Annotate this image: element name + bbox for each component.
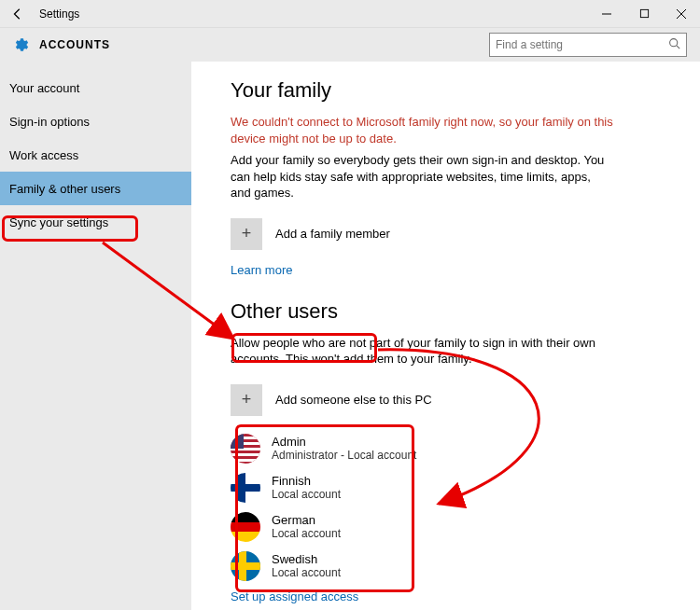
add-family-member-button[interactable]: + Add a family member [231,218,661,250]
user-avatar-icon [231,473,260,503]
sidebar-item-your-account[interactable]: Your account [0,71,191,104]
user-text: FinnishLocal account [272,474,341,501]
family-heading: Your family [231,78,661,103]
window-title: Settings [39,7,79,21]
sidebar-item-family-other-users[interactable]: Family & other users [0,172,191,205]
search-box[interactable] [489,33,687,57]
svg-point-4 [670,39,678,47]
user-row[interactable]: AdminAdministrator - Local account [231,429,661,468]
back-button[interactable] [7,4,28,24]
user-avatar-icon [231,512,260,542]
minimize-button[interactable] [588,0,625,28]
other-users-heading: Other users [231,299,661,324]
user-text: SwedishLocal account [272,552,341,579]
user-row[interactable]: SwedishLocal account [231,547,661,586]
family-warning: We couldn't connect to Microsoft family … [231,114,613,146]
svg-rect-25 [239,551,246,581]
settings-header: ACCOUNTS [0,28,700,62]
user-name: Admin [272,435,416,449]
plus-icon: + [231,384,262,416]
sidebar-item-sign-in-options[interactable]: Sign-in options [0,104,191,138]
svg-rect-12 [231,459,260,462]
user-row[interactable]: FinnishLocal account [231,468,661,507]
svg-rect-17 [238,473,245,503]
user-subtitle: Local account [272,527,341,540]
svg-rect-21 [231,532,260,542]
user-text: AdminAdministrator - Local account [272,435,416,462]
svg-rect-19 [231,512,260,522]
add-other-label: Add someone else to this PC [275,393,432,407]
other-users-list: AdminAdministrator - Local accountFinnis… [231,429,661,586]
user-name: German [272,513,341,527]
learn-more-link[interactable]: Learn more [231,263,292,277]
sidebar-item-sync-your-settings[interactable]: Sync your settings [0,205,191,239]
user-subtitle: Local account [272,488,341,501]
add-family-label: Add a family member [275,227,390,241]
sidebar-item-work-access[interactable]: Work access [0,138,191,172]
other-users-description: Allow people who are not part of your fa… [231,335,613,367]
svg-line-5 [677,46,679,49]
search-icon [668,37,680,52]
user-avatar-icon [231,434,260,464]
app-name: ACCOUNTS [39,38,110,51]
user-subtitle: Local account [272,566,341,579]
assigned-access-link[interactable]: Set up assigned access [231,589,358,603]
sidebar: Your accountSign-in optionsWork accessFa… [0,62,191,610]
svg-rect-1 [640,9,648,17]
close-button[interactable] [663,0,700,28]
plus-icon: + [231,218,262,250]
titlebar: Settings [0,0,700,28]
user-text: GermanLocal account [272,513,341,540]
user-name: Swedish [272,552,341,566]
search-input[interactable] [496,38,668,51]
maximize-button[interactable] [625,0,663,28]
user-row[interactable]: GermanLocal account [231,507,661,547]
add-other-user-button[interactable]: + Add someone else to this PC [231,384,661,416]
main-pane: Your family We couldn't connect to Micro… [191,62,700,610]
svg-rect-13 [231,434,244,449]
svg-rect-20 [231,522,260,532]
family-description: Add your family so everybody gets their … [231,152,613,201]
user-name: Finnish [272,474,341,488]
gear-icon [11,35,30,54]
user-subtitle: Administrator - Local account [272,449,416,462]
svg-rect-11 [231,453,260,456]
user-avatar-icon [231,551,260,581]
